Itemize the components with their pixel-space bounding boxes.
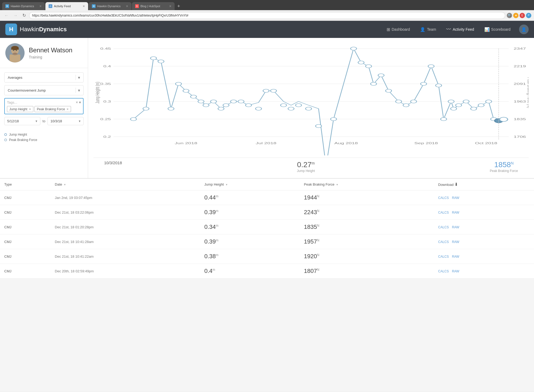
svg-text:Jul 2018: Jul 2018 bbox=[256, 142, 276, 145]
row-raw-btn[interactable]: RAW bbox=[452, 196, 460, 200]
row-braking: 2243N bbox=[300, 205, 434, 220]
row-braking: 1835N bbox=[300, 220, 434, 234]
athlete-avatar bbox=[5, 43, 25, 62]
browser-tab-hawkin1[interactable]: H Hawkin Dynamics × bbox=[2, 2, 45, 10]
tags-clear-button[interactable]: × bbox=[76, 100, 78, 104]
table-row: CMJ Dec 21st, 18 10:41:28am 0.39m 1957N … bbox=[0, 234, 534, 249]
navbar-nav: ⊞ Dashboard 👤 Team 〰 Activity Feed 📊 Sco… bbox=[382, 25, 515, 34]
table-row: CMJ Dec 21st, 18 10:41:22am 0.38m 1920N … bbox=[0, 249, 534, 264]
tag-row: Jump Height × Peak Braking Force × bbox=[7, 106, 81, 112]
date-to-picker[interactable]: 10/3/18 ▾ bbox=[48, 117, 84, 125]
svg-point-75 bbox=[456, 104, 461, 107]
navbar-logo[interactable]: H HawkinDynamics bbox=[5, 23, 67, 35]
browser-tab-hawkin2[interactable]: H Hawkin Dynamics × bbox=[89, 2, 131, 10]
row-download: CALCS RAW bbox=[434, 234, 534, 249]
row-raw-btn[interactable]: RAW bbox=[452, 225, 460, 229]
tooltip-date: 10/3/2018 bbox=[104, 160, 122, 173]
tab-close-hubspot[interactable]: × bbox=[169, 4, 171, 8]
nav-scoreboard[interactable]: 📊 Scoreboard bbox=[480, 25, 515, 34]
svg-text:0.45: 0.45 bbox=[100, 47, 111, 50]
svg-point-38 bbox=[168, 107, 174, 110]
back-button[interactable]: ← bbox=[3, 12, 10, 19]
tab-close-activity[interactable]: × bbox=[83, 4, 85, 8]
date-from-picker[interactable]: 5/12/18 ▾ bbox=[4, 117, 40, 125]
new-tab-button[interactable]: + bbox=[175, 2, 182, 10]
svg-text:2091: 2091 bbox=[514, 82, 526, 85]
date-from-value: 5/12/18 bbox=[7, 119, 36, 123]
tab-close-hawkin2[interactable]: × bbox=[126, 4, 128, 8]
tag-jump-height-remove[interactable]: × bbox=[29, 107, 31, 111]
scoreboard-icon: 📊 bbox=[484, 27, 490, 32]
tooltip-jump-metric: 0.27m Jump Height bbox=[297, 160, 315, 173]
tags-arrow-button[interactable]: ▾ bbox=[79, 100, 81, 104]
bookmark-icon[interactable]: ★ bbox=[513, 13, 519, 18]
download-icon: ⬇ bbox=[454, 182, 458, 187]
svg-point-61 bbox=[358, 61, 364, 64]
svg-text:0.25: 0.25 bbox=[100, 117, 111, 121]
row-calcs-btn[interactable]: CALCS bbox=[438, 211, 449, 214]
col-date[interactable]: Date ▾ bbox=[50, 179, 200, 190]
profile-icon[interactable]: P bbox=[526, 13, 531, 18]
svg-text:Jump Height (m): Jump Height (m) bbox=[95, 82, 100, 103]
row-type: CMJ bbox=[0, 234, 50, 249]
row-jump: 0.44m bbox=[200, 190, 300, 205]
nav-activity[interactable]: 〰 Activity Feed bbox=[442, 25, 478, 34]
svg-point-55 bbox=[296, 104, 301, 107]
row-calcs-btn[interactable]: CALCS bbox=[438, 196, 449, 200]
data-table: Type Date ▾ Jump Height ▾ Peak Braking F… bbox=[0, 179, 534, 279]
svg-point-41 bbox=[190, 95, 196, 98]
row-jump: 0.38m bbox=[200, 249, 300, 264]
row-download: CALCS RAW bbox=[434, 205, 534, 220]
table-scroll[interactable]: Type Date ▾ Jump Height ▾ Peak Braking F… bbox=[0, 179, 534, 279]
svg-point-56 bbox=[305, 107, 311, 110]
row-calcs-btn[interactable]: CALCS bbox=[438, 225, 449, 229]
browser-tab-activity[interactable]: A Activity Feed × bbox=[45, 2, 88, 10]
tag-peak-braking-remove[interactable]: × bbox=[66, 107, 69, 111]
svg-point-42 bbox=[198, 100, 204, 103]
row-raw-btn[interactable]: RAW bbox=[452, 269, 460, 273]
col-type: Type bbox=[0, 179, 50, 190]
row-date: Jan 2nd, 19 03:07:45pm bbox=[50, 190, 200, 205]
sidebar: Bennet Watson Training Averages ▾ Counte… bbox=[0, 38, 88, 178]
search-toolbar-icon[interactable]: 🔍 bbox=[507, 13, 512, 18]
svg-point-39 bbox=[175, 82, 181, 85]
svg-point-5 bbox=[13, 50, 14, 51]
address-bar[interactable] bbox=[29, 12, 505, 19]
tags-container[interactable]: Tags... × ▾ Jump Height × Peak Braking F… bbox=[4, 98, 84, 114]
svg-point-77 bbox=[471, 107, 477, 110]
forward-button[interactable]: → bbox=[12, 12, 19, 19]
row-raw-btn[interactable]: RAW bbox=[452, 240, 460, 244]
row-calcs-btn[interactable]: CALCS bbox=[438, 255, 449, 258]
svg-point-79 bbox=[486, 100, 492, 103]
date-row: 5/12/18 ▾ to 10/3/18 ▾ bbox=[4, 117, 84, 125]
nav-team[interactable]: 👤 Team bbox=[416, 25, 440, 34]
row-date: Dec 21st, 18 03:22:06pm bbox=[50, 205, 200, 220]
row-raw-btn[interactable]: RAW bbox=[452, 211, 460, 214]
svg-point-71 bbox=[436, 84, 442, 87]
svg-point-74 bbox=[451, 107, 457, 110]
row-calcs-btn[interactable]: CALCS bbox=[438, 240, 449, 244]
row-raw-btn[interactable]: RAW bbox=[452, 255, 460, 258]
tag-jump-height: Jump Height × bbox=[7, 106, 33, 112]
jump-type-select[interactable]: Countermovement Jump ▾ bbox=[4, 85, 84, 95]
metric-type-select[interactable]: Averages ▾ bbox=[4, 72, 84, 83]
row-download: CALCS RAW bbox=[434, 264, 534, 279]
col-braking[interactable]: Peak Braking Force ▾ bbox=[300, 179, 434, 190]
athlete-header: Bennet Watson Training bbox=[0, 38, 88, 68]
svg-point-69 bbox=[421, 82, 426, 85]
row-download: CALCS RAW bbox=[434, 220, 534, 234]
nav-dashboard[interactable]: ⊞ Dashboard bbox=[382, 25, 414, 34]
row-calcs-btn[interactable]: CALCS bbox=[438, 269, 449, 273]
refresh-button[interactable]: ↻ bbox=[21, 12, 28, 19]
date-to-arrow: ▾ bbox=[79, 119, 81, 123]
tag-peak-braking: Peak Braking Force × bbox=[34, 106, 71, 112]
svg-text:0.2: 0.2 bbox=[103, 135, 111, 138]
user-avatar[interactable]: 👤 bbox=[519, 25, 529, 34]
svg-text:1963: 1963 bbox=[514, 100, 526, 103]
svg-point-51 bbox=[263, 89, 269, 92]
tab-close-hawkin1[interactable]: × bbox=[40, 4, 42, 8]
extensions-icon[interactable]: E bbox=[520, 13, 525, 18]
browser-tab-hubspot[interactable]: B Blog | HubSpot × bbox=[132, 2, 175, 10]
col-jump[interactable]: Jump Height ▾ bbox=[200, 179, 300, 190]
table-row: CMJ Jan 2nd, 19 03:07:45pm 0.44m 1944N C… bbox=[0, 190, 534, 205]
